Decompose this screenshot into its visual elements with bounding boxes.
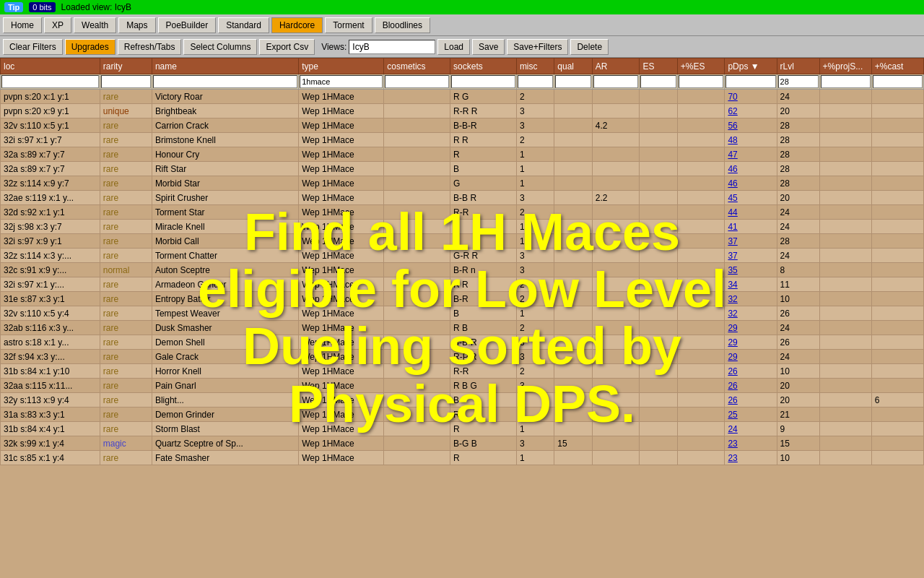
nav-btn-poebuilder[interactable]: PoeBuilder: [158, 17, 217, 33]
column-headers-row: loc rarity name type cosmetics sockets m…: [1, 59, 924, 74]
table-row[interactable]: 32z s:114 x:3 y:...rareTorment ChatterWe…: [1, 249, 924, 263]
table-row[interactable]: 32f s:94 x:3 y:...rareGale CrackWep 1HMa…: [1, 350, 924, 364]
select-columns-button[interactable]: Select Columns: [183, 39, 257, 55]
col-header-pctES[interactable]: +%ES: [677, 59, 725, 74]
tip-badge: Tip: [4, 2, 23, 12]
clear-filters-button[interactable]: Clear Filters: [3, 39, 63, 55]
nav-btn-standard[interactable]: Standard: [218, 17, 269, 33]
nav-btn-maps[interactable]: Maps: [118, 17, 155, 33]
col-header-sockets[interactable]: sockets: [450, 59, 517, 74]
nav-btn-torment[interactable]: Torment: [325, 17, 372, 33]
loaded-view: Loaded view: IcyB: [61, 2, 131, 12]
bits-badge: 0 bits: [29, 2, 55, 12]
filter-pctES[interactable]: [679, 75, 724, 88]
nav-btn-xp[interactable]: XP: [44, 17, 71, 33]
col-header-loc[interactable]: loc: [1, 59, 100, 74]
table-row[interactable]: 32c s:91 x:9 y:...normalAuton SceptreWep…: [1, 263, 924, 277]
table-row[interactable]: 32a s:89 x:7 y:7rareHonour CryWep 1HMace…: [1, 147, 924, 162]
table-row[interactable]: 32y s:113 x:9 y:4rareBlight...Wep 1HMace…: [1, 393, 924, 407]
nav-btn-wealth[interactable]: Wealth: [74, 17, 116, 33]
filter-type[interactable]: [300, 75, 383, 88]
table-row[interactable]: 31e s:87 x:3 y:1rareEntropy BatterWep 1H…: [1, 292, 924, 306]
filter-loc[interactable]: [1, 75, 99, 88]
table-row[interactable]: 32aa s:115 x:11...rarePain GnarlWep 1HMa…: [1, 379, 924, 393]
nav-btn-hardcore[interactable]: Hardcore: [271, 17, 323, 33]
status-bar: Tip 0 bits Loaded view: IcyB: [0, 0, 924, 14]
col-header-rLvl[interactable]: rLvl: [777, 59, 819, 74]
col-header-cosmetics[interactable]: cosmetics: [384, 59, 450, 74]
filter-name[interactable]: [153, 75, 297, 88]
filter-pDps[interactable]: [725, 75, 775, 88]
table-container: loc rarity name type cosmetics sockets m…: [0, 58, 924, 578]
table-row[interactable]: 32z s:114 x:9 y:7rareMorbid StarWep 1HMa…: [1, 176, 924, 191]
export-csv-button[interactable]: Export Csv: [259, 39, 315, 55]
col-header-pctCast[interactable]: +%cast: [871, 59, 923, 74]
nav-btn-home[interactable]: Home: [3, 17, 42, 33]
filter-ar[interactable]: [593, 75, 639, 88]
table-row[interactable]: pvpn s:20 x:9 y:1uniqueBrightbeakWep 1HM…: [1, 104, 924, 118]
filter-projS[interactable]: [821, 75, 871, 88]
col-header-type[interactable]: type: [299, 59, 384, 74]
table-row[interactable]: pvpn s:20 x:1 y:1rareVictory RoarWep 1HM…: [1, 90, 924, 104]
table-row[interactable]: 32ab s:116 x:3 y...rareDusk SmasherWep 1…: [1, 321, 924, 335]
col-header-projS[interactable]: +%projS...: [819, 59, 871, 74]
nav-bar: HomeXPWealthMapsPoeBuilderStandardHardco…: [0, 14, 924, 36]
upgrades-button[interactable]: Upgrades: [65, 39, 116, 55]
table-row[interactable]: 32j s:98 x:3 y:7rareMiracle KnellWep 1HM…: [1, 220, 924, 234]
filter-row: [1, 74, 924, 90]
table-row[interactable]: 32i s:97 x:9 y:1rareMorbid CallWep 1HMac…: [1, 234, 924, 249]
table-row[interactable]: 32i s:97 x:1 y:...rareArmadeon GrinderWe…: [1, 277, 924, 292]
filter-rLvl[interactable]: [778, 75, 819, 88]
views-input[interactable]: [349, 40, 435, 54]
table-row[interactable]: 32i s:97 x:1 y:7rareBrimstone KnellWep 1…: [1, 133, 924, 147]
table-row[interactable]: 31c s:85 x:1 y:4rareFate SmasherWep 1HMa…: [1, 451, 924, 465]
col-header-qual[interactable]: qual: [554, 59, 592, 74]
table-row[interactable]: 31b s:84 x:1 y:10rareHorror KnellWep 1HM…: [1, 364, 924, 379]
col-header-pDps[interactable]: pDps ▼: [725, 59, 777, 74]
load-button[interactable]: Load: [437, 39, 470, 55]
delete-button[interactable]: Delete: [570, 39, 609, 55]
col-header-name[interactable]: name: [152, 59, 298, 74]
views-label: Views:: [321, 42, 346, 52]
nav-btn-bloodlines[interactable]: Bloodlines: [375, 17, 430, 33]
table-row[interactable]: 31a s:83 x:3 y:1rareDemon GrinderWep 1HM…: [1, 407, 924, 422]
filter-es[interactable]: [640, 75, 676, 88]
table-row[interactable]: 32d s:92 x:1 y:1rareTorment StarWep 1HMa…: [1, 205, 924, 220]
items-table: loc rarity name type cosmetics sockets m…: [0, 58, 924, 465]
filter-sockets[interactable]: [451, 75, 515, 88]
table-row[interactable]: 32v s:110 x:5 y:4rareTempest WeaverWep 1…: [1, 306, 924, 321]
filter-cosmetics[interactable]: [385, 75, 449, 88]
table-row[interactable]: 32ae s:119 x:1 y...rareSpirit CrusherWep…: [1, 191, 924, 205]
table-row[interactable]: astro s:18 x:1 y...rareDemon ShellWep 1H…: [1, 335, 924, 350]
table-row[interactable]: 32a s:89 x:7 y:7rareRift StarWep 1HMaceB…: [1, 162, 924, 176]
table-row[interactable]: 32k s:99 x:1 y:4magicQuartz Sceptre of S…: [1, 436, 924, 451]
filter-pctCast[interactable]: [873, 75, 923, 88]
filter-rarity[interactable]: [101, 75, 151, 88]
toolbar: Clear Filters Upgrades Refresh/Tabs Sele…: [0, 36, 924, 58]
table-body: pvpn s:20 x:1 y:1rareVictory RoarWep 1HM…: [1, 90, 924, 465]
col-header-misc[interactable]: misc: [516, 59, 554, 74]
col-header-ar[interactable]: AR: [592, 59, 640, 74]
col-header-es[interactable]: ES: [640, 59, 677, 74]
save-button[interactable]: Save: [472, 39, 505, 55]
table-row[interactable]: 32v s:110 x:5 y:1rareCarrion CrackWep 1H…: [1, 118, 924, 133]
refresh-tabs-button[interactable]: Refresh/Tabs: [118, 39, 182, 55]
filter-qual[interactable]: [555, 75, 590, 88]
table-row[interactable]: 31b s:84 x:4 y:1rareStorm BlastWep 1HMac…: [1, 422, 924, 436]
col-header-rarity[interactable]: rarity: [100, 59, 152, 74]
save-filters-button[interactable]: Save+Filters: [507, 39, 568, 55]
filter-misc[interactable]: [518, 75, 553, 88]
